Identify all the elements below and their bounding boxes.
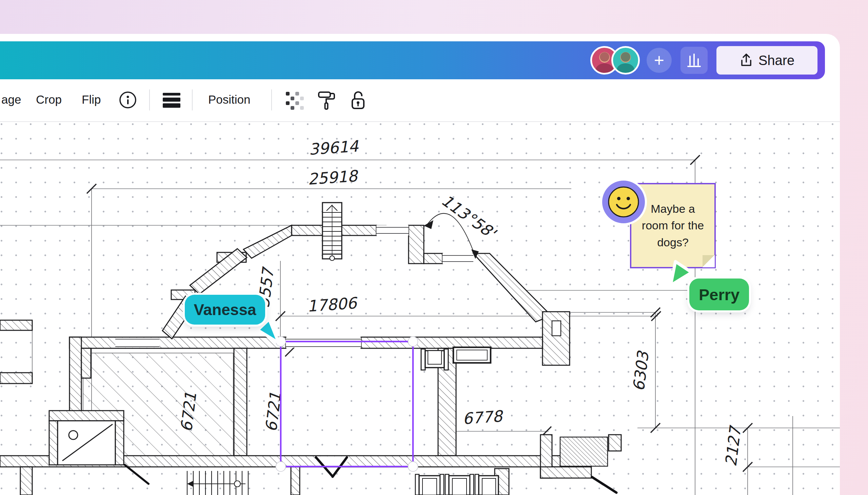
sticky-note-text: Maybe a room for the dogs? — [641, 201, 705, 251]
editor-card: + — [0, 34, 840, 495]
insights-button[interactable] — [681, 47, 707, 74]
dim-overall-width: 39614 — [308, 137, 360, 158]
app-header: + — [0, 41, 825, 79]
toolbar-divider — [149, 89, 150, 110]
lock-button[interactable] — [349, 89, 368, 111]
transparency-icon — [285, 91, 305, 111]
plus-icon: + — [654, 50, 664, 70]
sticky-note-fold — [703, 255, 715, 267]
collaborator-name: Vanessa — [194, 301, 256, 319]
info-button[interactable] — [119, 91, 137, 109]
design-canvas[interactable]: 39614 25918 113°58' 5557 17806 6721 6721… — [0, 122, 840, 495]
collaborator-avatars — [590, 46, 640, 74]
shower-area — [560, 437, 607, 466]
dim-hall-width: 17806 — [306, 294, 358, 315]
toolbar-item-image-partial[interactable]: age — [1, 93, 21, 106]
toolbar-item-position[interactable]: Position — [208, 93, 251, 106]
dim-angle: 113°58' — [438, 191, 500, 243]
selection-handle[interactable] — [408, 462, 418, 472]
toolbar-divider — [192, 89, 193, 110]
avatar[interactable] — [611, 46, 640, 74]
insights-icon — [685, 51, 703, 69]
dim-right-small: 2127 — [721, 424, 745, 467]
toolbar-item-crop[interactable]: Crop — [36, 93, 62, 106]
info-icon — [119, 91, 137, 109]
dim-right-height: 6303 — [629, 349, 652, 392]
dim-room-right: 6778 — [462, 407, 504, 428]
staircase-bottom — [187, 471, 248, 495]
paint-roller-button[interactable] — [317, 90, 336, 111]
transparency-button[interactable] — [285, 91, 305, 111]
selection-handle[interactable] — [276, 462, 286, 472]
adjust-menu-button[interactable] — [162, 92, 181, 108]
add-collaborator-button[interactable]: + — [647, 48, 672, 73]
staircase-top — [322, 203, 342, 260]
editor-window: + — [0, 0, 868, 495]
context-toolbar: age Crop Flip Position — [0, 79, 840, 122]
bathroom — [57, 421, 115, 465]
dim-upper-width: 25918 — [307, 167, 359, 188]
paint-roller-icon — [317, 90, 336, 111]
selection-handle[interactable] — [408, 337, 418, 346]
selection-box[interactable] — [276, 337, 418, 472]
toolbar-divider — [271, 89, 272, 110]
lock-open-icon — [349, 89, 368, 111]
avatar-silhouette-icon — [613, 48, 638, 73]
share-icon — [739, 53, 753, 68]
perry-cursor-label: Perry — [689, 278, 749, 310]
smiley-sticker[interactable] — [602, 181, 645, 223]
collaborator-name: Perry — [699, 285, 739, 304]
menu-lines-icon — [162, 92, 181, 108]
vanessa-cursor-label: Vanessa — [185, 295, 265, 325]
toolbar-item-flip[interactable]: Flip — [82, 93, 101, 106]
share-button[interactable]: Share — [716, 46, 817, 74]
share-button-label: Share — [758, 53, 795, 68]
smiley-face-icon — [607, 186, 640, 218]
